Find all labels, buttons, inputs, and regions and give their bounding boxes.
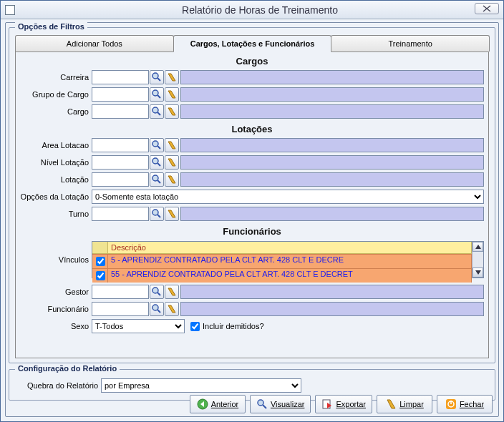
section-cargos-title: Cargos bbox=[20, 56, 484, 67]
turno-input[interactable] bbox=[92, 207, 149, 221]
grid-scrollbar[interactable] bbox=[472, 242, 483, 278]
scroll-up-button[interactable] bbox=[472, 242, 483, 252]
scroll-down-button[interactable] bbox=[472, 268, 483, 278]
gestor-display bbox=[180, 285, 484, 299]
funcionario-input[interactable] bbox=[92, 302, 149, 316]
tabs: Adicionar Todos Cargos, Lotações e Funci… bbox=[15, 35, 489, 52]
grupo-cargo-input[interactable] bbox=[92, 87, 149, 102]
svg-point-6 bbox=[152, 107, 158, 113]
carreira-display bbox=[180, 70, 484, 84]
turno-display bbox=[180, 207, 484, 221]
svg-point-15 bbox=[152, 175, 158, 181]
nivel-lotacao-lookup-button[interactable] bbox=[150, 155, 164, 170]
grupo-cargo-lookup-button[interactable] bbox=[150, 87, 164, 102]
svg-marker-2 bbox=[168, 74, 175, 81]
cargo-clear-button[interactable] bbox=[165, 104, 179, 119]
gestor-input[interactable] bbox=[92, 285, 149, 299]
area-lotacao-input[interactable] bbox=[92, 138, 149, 152]
visualizar-button[interactable]: Visualizar bbox=[250, 395, 311, 413]
gestor-lookup-button[interactable] bbox=[150, 285, 164, 299]
row-checkbox[interactable] bbox=[96, 257, 105, 266]
row-descricao: 55 - APRENDIZ CONTRATADO PELA CLT ART. 4… bbox=[108, 268, 472, 283]
label-quebra: Quebra do Relatório bbox=[15, 381, 101, 390]
gestor-clear-button[interactable] bbox=[165, 285, 179, 299]
area-lotacao-lookup-button[interactable] bbox=[150, 138, 164, 152]
svg-marker-8 bbox=[168, 108, 175, 115]
tab-body: Cargos Carreira Grupo de Cargo Cargo bbox=[15, 51, 489, 358]
search-icon bbox=[152, 287, 162, 297]
turno-clear-button[interactable] bbox=[165, 207, 179, 221]
section-funcionarios-title: Funcionários bbox=[20, 226, 484, 237]
svg-point-3 bbox=[152, 90, 158, 96]
row-checkbox[interactable] bbox=[96, 271, 105, 280]
funcionario-clear-button[interactable] bbox=[165, 302, 179, 316]
lotacao-lookup-button[interactable] bbox=[150, 172, 164, 187]
close-button[interactable] bbox=[475, 3, 499, 14]
turno-lookup-button[interactable] bbox=[150, 207, 164, 221]
svg-line-4 bbox=[158, 95, 160, 98]
grid-check-header[interactable] bbox=[92, 242, 108, 254]
app-icon bbox=[5, 5, 15, 15]
svg-point-0 bbox=[152, 73, 158, 79]
svg-point-23 bbox=[152, 288, 158, 293]
limpar-button[interactable]: Limpar bbox=[377, 395, 432, 413]
svg-marker-35 bbox=[387, 400, 395, 408]
svg-line-1 bbox=[158, 78, 160, 81]
label-funcionario: Funcionário bbox=[20, 305, 92, 313]
carreira-lookup-button[interactable] bbox=[150, 70, 164, 84]
area-lotacao-display bbox=[180, 138, 484, 152]
broom-icon bbox=[167, 209, 177, 219]
nivel-lotacao-clear-button[interactable] bbox=[165, 155, 179, 170]
export-icon bbox=[321, 398, 333, 410]
area-lotacao-clear-button[interactable] bbox=[165, 138, 179, 152]
grupo-cargo-clear-button[interactable] bbox=[165, 87, 179, 102]
broom-icon bbox=[167, 107, 177, 117]
label-incluir-demitidos: Incluir demitidos? bbox=[203, 322, 264, 330]
label-grupo-cargo: Grupo de Cargo bbox=[20, 90, 92, 99]
cargo-lookup-button[interactable] bbox=[150, 104, 164, 119]
quebra-select[interactable]: por Empresa bbox=[101, 378, 301, 393]
svg-marker-14 bbox=[168, 159, 175, 166]
incluir-demitidos-checkbox[interactable] bbox=[190, 322, 200, 331]
funcionario-lookup-button[interactable] bbox=[150, 302, 164, 316]
lotacao-display bbox=[180, 172, 484, 187]
lotacao-clear-button[interactable] bbox=[165, 172, 179, 187]
carreira-clear-button[interactable] bbox=[165, 70, 179, 84]
svg-marker-25 bbox=[168, 288, 175, 295]
filtros-fieldset: Opções de Filtros Adicionar Todos Cargos… bbox=[9, 27, 495, 363]
content-panel: Opções de Filtros Adicionar Todos Cargos… bbox=[5, 22, 499, 417]
nivel-lotacao-input[interactable] bbox=[92, 155, 149, 170]
opcoes-lotacao-select[interactable]: 0-Somente esta lotação bbox=[92, 190, 484, 204]
title-bar: Relatório de Horas de Treinamento bbox=[1, 1, 503, 19]
svg-line-19 bbox=[158, 215, 160, 217]
broom-icon bbox=[167, 140, 177, 150]
svg-line-13 bbox=[158, 163, 160, 166]
svg-point-18 bbox=[152, 210, 158, 215]
broom-icon bbox=[167, 89, 177, 99]
anterior-button[interactable]: Anterior bbox=[190, 395, 246, 413]
svg-line-16 bbox=[158, 180, 160, 183]
table-row[interactable]: 5 - APRENDIZ CONTRATADO PELA CLT ART. 42… bbox=[92, 254, 472, 268]
chevron-down-icon bbox=[475, 270, 481, 275]
grupo-cargo-display bbox=[180, 87, 484, 102]
fechar-button[interactable]: Fechar bbox=[437, 395, 493, 413]
tab-treinamento[interactable]: Treinamento bbox=[331, 35, 490, 51]
cargo-input[interactable] bbox=[92, 104, 149, 119]
broom-icon bbox=[385, 398, 397, 410]
app-window: Relatório de Horas de Treinamento Opções… bbox=[0, 0, 504, 422]
tab-adicionar-todos[interactable]: Adicionar Todos bbox=[15, 35, 174, 51]
row-descricao: 5 - APRENDIZ CONTRATADO PELA CLT ART. 42… bbox=[108, 254, 472, 268]
filtros-legend: Opções de Filtros bbox=[15, 22, 87, 31]
sexo-select[interactable]: T-Todos bbox=[92, 319, 185, 333]
vinculos-grid[interactable]: Descrição 5 - APRENDIZ CONTRATADO PELA C… bbox=[92, 241, 484, 278]
svg-line-27 bbox=[158, 310, 160, 313]
search-icon bbox=[152, 140, 162, 150]
grid-descricao-header[interactable]: Descrição bbox=[108, 242, 472, 254]
broom-icon bbox=[167, 304, 177, 314]
tab-cargos-lotacoes-funcionarios[interactable]: Cargos, Lotações e Funcionários bbox=[173, 35, 332, 52]
table-row[interactable]: 55 - APRENDIZ CONTRATADO PELA CLT ART. 4… bbox=[92, 268, 472, 283]
exportar-button[interactable]: Exportar bbox=[315, 395, 372, 413]
lotacao-input[interactable] bbox=[92, 172, 149, 187]
carreira-input[interactable] bbox=[92, 70, 149, 84]
search-icon bbox=[152, 175, 162, 185]
